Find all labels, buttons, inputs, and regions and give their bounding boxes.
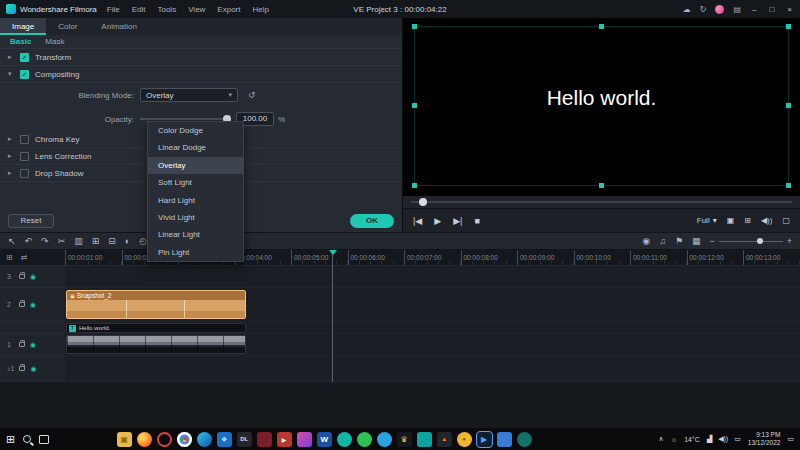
menubar-item[interactable]: View: [188, 5, 205, 14]
timeline-tool-icon[interactable]: ◐: [125, 236, 130, 246]
transport-button[interactable]: |◀: [413, 216, 422, 226]
taskbar-clock[interactable]: 9:13 PM 13/12/2022: [748, 431, 781, 447]
compositing-section[interactable]: ▾ ✓ Compositing: [0, 66, 402, 83]
lock-icon[interactable]: [19, 366, 25, 371]
cloud-upload-icon[interactable]: ☁: [683, 5, 691, 14]
panel-subtab[interactable]: Mask: [45, 37, 64, 46]
taskbar-app-icon[interactable]: ◆: [217, 432, 232, 447]
preview-option-icon[interactable]: ◀)): [761, 216, 772, 225]
selection-handle[interactable]: [599, 24, 604, 29]
timeline-tool-icon[interactable]: ◴: [139, 236, 147, 246]
taskbar-app-icon[interactable]: [157, 432, 172, 447]
timeline-tool-icon[interactable]: ↖: [8, 236, 16, 246]
timeline-tool-icon[interactable]: ⚑: [675, 236, 683, 246]
track-lane-3[interactable]: [65, 266, 800, 288]
transport-button[interactable]: ▶|: [453, 216, 462, 226]
taskbar-app-icon[interactable]: [337, 432, 352, 447]
taskbar-app-icon[interactable]: [357, 432, 372, 447]
reset-button[interactable]: Reset: [8, 214, 54, 228]
selection-handle[interactable]: [412, 24, 417, 29]
fit-select[interactable]: Full ▾: [697, 216, 717, 225]
timeline-tool-icon[interactable]: ♫: [659, 236, 666, 246]
minimize-button[interactable]: –: [750, 5, 758, 14]
taskbar-app-icon[interactable]: ▣: [117, 432, 132, 447]
notification-icon[interactable]: ▭: [787, 435, 794, 443]
menubar-item[interactable]: Export: [217, 5, 240, 14]
menubar-item[interactable]: File: [107, 5, 120, 14]
taskbar-app-icon[interactable]: [377, 432, 392, 447]
preview-option-icon[interactable]: ▣: [727, 216, 735, 225]
blend-mode-option[interactable]: Overlay: [148, 157, 243, 174]
lock-icon[interactable]: [19, 342, 25, 347]
tray-caret-icon[interactable]: ∧: [659, 435, 664, 443]
blend-mode-option[interactable]: Linear Light: [148, 226, 243, 243]
timeline-tool-icon[interactable]: ▦: [692, 236, 701, 246]
menubar-item[interactable]: Tools: [157, 5, 176, 14]
layout-icon[interactable]: ▤: [733, 5, 741, 14]
panel-subtab[interactable]: Basic: [10, 37, 31, 46]
blend-mode-option[interactable]: Soft Light: [148, 174, 243, 191]
taskbar-app-icon[interactable]: ●: [457, 432, 472, 447]
menubar-item[interactable]: Help: [252, 5, 268, 14]
track-lane-1[interactable]: [65, 334, 800, 356]
taskbar-app-icon[interactable]: ▶: [477, 432, 492, 447]
zoom-out-icon[interactable]: −: [709, 236, 714, 246]
taskbar-app-icon[interactable]: ♛: [397, 432, 412, 447]
close-button[interactable]: ×: [785, 5, 794, 14]
taskbar-app-icon[interactable]: [257, 432, 272, 447]
weather-temp[interactable]: 14°C: [684, 436, 700, 443]
blend-mode-option[interactable]: Hard Light: [148, 192, 243, 209]
speaker-icon[interactable]: ◉: [30, 365, 36, 373]
taskbar-app-icon[interactable]: [197, 432, 212, 447]
selection-box[interactable]: [414, 26, 789, 186]
taskbar-app-icon[interactable]: [177, 432, 192, 447]
track-manage-icon[interactable]: ⇄: [21, 253, 28, 262]
menubar-item[interactable]: Edit: [132, 5, 146, 14]
snapshot-clip[interactable]: ▣ Snapshot_2: [66, 290, 246, 319]
preview-option-icon[interactable]: ▢: [782, 216, 790, 225]
lens-correction-checkbox[interactable]: [20, 152, 29, 161]
task-view-icon[interactable]: [39, 435, 49, 444]
title-clip[interactable]: T Hello world.: [66, 323, 246, 333]
track-lane-text[interactable]: T Hello world.: [65, 322, 800, 334]
selection-handle[interactable]: [786, 24, 791, 29]
timeline-tool-icon[interactable]: ✂: [58, 236, 66, 246]
lock-icon[interactable]: [19, 302, 25, 307]
taskbar-app-icon[interactable]: [417, 432, 432, 447]
reset-blending-icon[interactable]: ↺: [248, 90, 256, 100]
taskbar-app-icon[interactable]: [517, 432, 532, 447]
scrubber-track[interactable]: [411, 201, 792, 203]
panel-tab[interactable]: Color: [46, 18, 89, 35]
taskbar-app-icon[interactable]: ▲: [437, 432, 452, 447]
timeline-tool-icon[interactable]: ▥: [74, 236, 83, 246]
video-clip[interactable]: [66, 335, 246, 354]
chevron-right-icon[interactable]: ▸: [8, 135, 14, 143]
tray-icon[interactable]: ▭: [734, 435, 741, 443]
chevron-down-icon[interactable]: ▾: [8, 70, 14, 78]
selection-handle[interactable]: [412, 183, 417, 188]
tray-icon[interactable]: ▟: [707, 435, 712, 443]
track-lane-2[interactable]: ▣ Snapshot_2: [65, 288, 800, 322]
track-manage-icon[interactable]: ⊞: [6, 253, 13, 262]
blend-mode-option[interactable]: Pin Light: [148, 244, 243, 261]
timeline-tool-icon[interactable]: ↷: [41, 236, 49, 246]
transform-section[interactable]: ▸ ✓ Transform: [0, 49, 402, 66]
blending-mode-select[interactable]: Overlay ▾: [140, 88, 238, 102]
chroma-key-checkbox[interactable]: [20, 135, 29, 144]
timeline-tool-icon[interactable]: ↶: [25, 236, 33, 246]
chevron-right-icon[interactable]: ▸: [8, 53, 14, 61]
track-lane-audio[interactable]: [65, 356, 800, 382]
lock-icon[interactable]: [19, 274, 25, 279]
scrubber-handle[interactable]: [419, 198, 427, 206]
panel-tab[interactable]: Animation: [89, 18, 149, 35]
transport-button[interactable]: ■: [474, 216, 479, 226]
start-button[interactable]: ⊞: [6, 433, 15, 446]
timeline-ruler[interactable]: ⊞⇄ 00:00:01:0000:00:02:0000:00:03:0000:0…: [0, 250, 800, 266]
transport-button[interactable]: ▶: [434, 216, 441, 226]
chevron-right-icon[interactable]: ▸: [8, 152, 14, 160]
taskbar-app-icon[interactable]: [297, 432, 312, 447]
timeline-tool-icon[interactable]: ⊟: [108, 236, 116, 246]
eye-icon[interactable]: ◉: [30, 341, 36, 349]
ok-button[interactable]: OK: [350, 214, 394, 228]
panel-tab[interactable]: Image: [0, 18, 46, 35]
